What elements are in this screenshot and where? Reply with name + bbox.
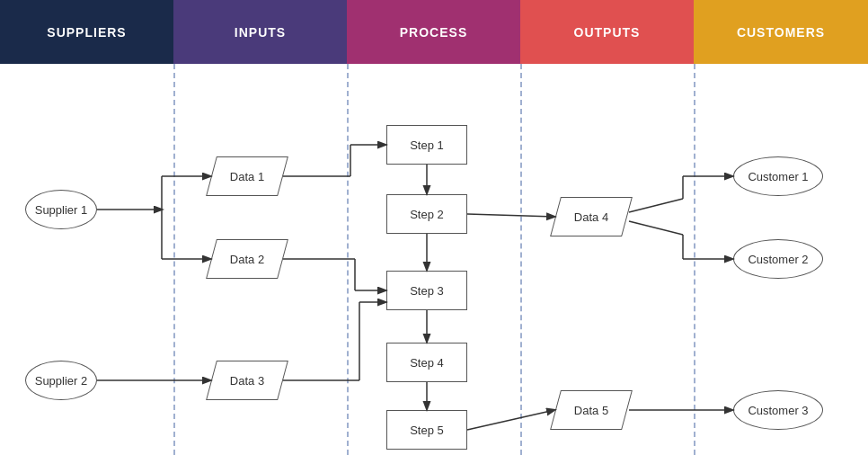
step-2: Step 2 <box>386 194 467 234</box>
step-4: Step 4 <box>386 343 467 382</box>
customer-2: Customer 2 <box>733 239 823 279</box>
header-inputs: INPUTS <box>173 0 347 64</box>
data-4: Data 4 <box>550 197 633 236</box>
customer-1: Customer 1 <box>733 156 823 196</box>
data-3: Data 3 <box>206 361 288 400</box>
supplier-2: Supplier 2 <box>25 361 97 400</box>
step-1: Step 1 <box>386 125 467 165</box>
svg-line-19 <box>467 214 554 217</box>
svg-line-21 <box>629 199 683 212</box>
header-suppliers: SUPPLIERS <box>0 0 173 64</box>
diagram-container: SUPPLIERS INPUTS PROCESS OUTPUTS CUSTOME… <box>0 0 868 455</box>
divider-1 <box>173 64 175 455</box>
header-process: PROCESS <box>347 0 520 64</box>
header-outputs: OUTPUTS <box>520 0 694 64</box>
headers-row: SUPPLIERS INPUTS PROCESS OUTPUTS CUSTOME… <box>0 0 868 64</box>
svg-line-24 <box>629 221 683 235</box>
step-3: Step 3 <box>386 271 467 310</box>
step-5: Step 5 <box>386 410 467 450</box>
customer-3: Customer 3 <box>733 390 823 430</box>
divider-3 <box>520 64 522 455</box>
content-area: Supplier 1 Supplier 2 Data 1 Data 2 Data… <box>0 64 868 455</box>
data-2: Data 2 <box>206 239 288 279</box>
header-customers: CUSTOMERS <box>694 0 868 64</box>
supplier-1: Supplier 1 <box>25 190 97 229</box>
data-1: Data 1 <box>206 156 288 196</box>
svg-line-20 <box>467 410 554 430</box>
divider-2 <box>347 64 349 455</box>
divider-4 <box>694 64 695 455</box>
data-5: Data 5 <box>550 390 633 430</box>
